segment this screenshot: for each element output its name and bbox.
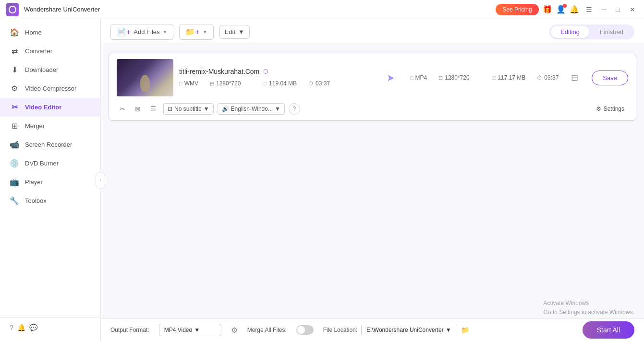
sidebar-item-screen-recorder[interactable]: 📹 Screen Recorder bbox=[0, 135, 100, 154]
file-location-label: File Location: bbox=[323, 327, 357, 333]
add-files-chevron: ▼ bbox=[163, 29, 168, 35]
subtitle-dropdown[interactable]: ⊡ No subtitle ▼ bbox=[163, 103, 214, 115]
dst-duration: ⏱ 03:37 bbox=[537, 74, 559, 81]
sidebar-item-label: Toolbox bbox=[25, 197, 47, 204]
merge-label: Merge All Files: bbox=[247, 327, 287, 333]
add-files-label: Add Files bbox=[134, 28, 159, 35]
sidebar-item-label: DVD Burner bbox=[25, 160, 59, 167]
start-all-button[interactable]: Start All bbox=[583, 321, 634, 339]
add-files-icon: 📄+ bbox=[117, 27, 131, 36]
app-title: Wondershare UniConverter bbox=[24, 6, 496, 13]
edit-dropdown[interactable]: Edit ▼ bbox=[219, 25, 250, 39]
subtitle-icon: ⊡ bbox=[168, 106, 172, 112]
dst-resolution-icon: ⊟ bbox=[438, 75, 443, 81]
file-source-info: titli-remix-Muskurahat.Com ⬡ □ WMV ⊟ 128… bbox=[179, 68, 371, 88]
folder-browse-icon[interactable]: 📁 bbox=[461, 326, 469, 334]
subtitle-chevron: ▼ bbox=[204, 106, 209, 112]
notification-icon[interactable]: 🔔 bbox=[17, 324, 25, 331]
crop-tool-button[interactable]: ⊠ bbox=[132, 103, 144, 115]
sidebar-item-label: Video Editor bbox=[25, 104, 61, 111]
sidebar-collapse-button[interactable]: ‹ bbox=[96, 172, 105, 189]
help-icon: ? bbox=[293, 106, 296, 112]
app-logo bbox=[6, 3, 19, 16]
effects-tool-button[interactable]: ☰ bbox=[147, 103, 159, 115]
screen-recorder-icon: 📹 bbox=[10, 140, 19, 149]
src-format: □ WMV bbox=[179, 80, 198, 87]
menu-icon[interactable]: ☰ bbox=[583, 4, 595, 15]
dst-size-icon: □ bbox=[493, 75, 496, 81]
sidebar-item-toolbox[interactable]: 🔧 Toolbox bbox=[0, 191, 100, 210]
dst-size: □ 117.17 MB bbox=[493, 74, 526, 81]
dst-format: □ MP4 bbox=[410, 74, 427, 81]
sidebar-item-label: Downloader bbox=[25, 66, 58, 73]
chat-icon[interactable]: 💬 bbox=[29, 324, 37, 331]
format-settings-icon[interactable]: ⚙ bbox=[231, 326, 238, 335]
file-thumbnail bbox=[117, 59, 173, 96]
file-location-row: File Location: E:\Wondershare UniConvert… bbox=[323, 324, 469, 336]
cut-tool-button[interactable]: ✂ bbox=[117, 103, 128, 115]
main-layout: 🏠 Home ⇄ Converter ⬇ Downloader ⚙ Video … bbox=[0, 19, 644, 341]
format-dropdown-chevron: ▼ bbox=[194, 327, 200, 333]
user-icon-wrap: 👤 bbox=[556, 5, 566, 14]
downloader-icon: ⬇ bbox=[10, 65, 19, 74]
bell-icon[interactable]: 🔔 bbox=[570, 5, 579, 14]
help-icon[interactable]: ? bbox=[10, 324, 13, 331]
src-size: □ 119.04 MB bbox=[264, 80, 297, 87]
help-button[interactable]: ? bbox=[289, 103, 300, 115]
sidebar-item-dvd-burner[interactable]: 💿 DVD Burner bbox=[0, 154, 100, 173]
bottom-bar: Output Format: MP4 Video ▼ ⚙ Merge All F… bbox=[101, 318, 644, 341]
add-folder-button[interactable]: 📁+ ▼ bbox=[179, 24, 213, 40]
src-duration: ⏱ 03:37 bbox=[308, 80, 330, 87]
sidebar-item-label: Converter bbox=[25, 47, 52, 55]
sidebar-bottom: ? 🔔 💬 bbox=[0, 317, 100, 337]
file-card-top: titli-remix-Muskurahat.Com ⬡ □ WMV ⊟ 128… bbox=[117, 59, 628, 96]
file-area: titli-remix-Muskurahat.Com ⬡ □ WMV ⊟ 128… bbox=[101, 45, 644, 318]
edit-dropdown-label: Edit bbox=[225, 28, 235, 35]
sidebar-item-downloader[interactable]: ⬇ Downloader bbox=[0, 60, 100, 79]
editing-tab[interactable]: Editing bbox=[551, 26, 589, 38]
dst-format-icon: □ bbox=[410, 75, 413, 81]
maximize-button[interactable]: □ bbox=[613, 4, 623, 15]
settings-icon: ⚙ bbox=[596, 106, 601, 112]
format-icon: □ bbox=[179, 81, 182, 86]
merge-toggle[interactable] bbox=[296, 325, 314, 335]
sidebar-item-player[interactable]: 📺 Player bbox=[0, 173, 100, 191]
compressor-icon: ⚙ bbox=[10, 84, 19, 93]
sidebar-item-label: Screen Recorder bbox=[25, 141, 72, 148]
sidebar-item-home[interactable]: 🏠 Home bbox=[0, 23, 100, 42]
file-output-meta: □ MP4 ⊟ 1280*720 □ 117.17 MB bbox=[410, 73, 559, 82]
external-link-icon[interactable]: ⬡ bbox=[263, 68, 268, 75]
editor-icon: ✂ bbox=[10, 103, 19, 112]
arrow-wrap: ➤ bbox=[377, 72, 404, 83]
sidebar-item-converter[interactable]: ⇄ Converter bbox=[0, 42, 100, 60]
titlebar-controls: See Pricing 🎁 👤 🔔 ☰ ─ □ ✕ bbox=[496, 4, 638, 15]
finished-tab[interactable]: Finished bbox=[590, 26, 633, 38]
src-resolution: ⊟ 1280*720 bbox=[210, 80, 241, 87]
save-button[interactable]: Save bbox=[592, 71, 628, 85]
gift-icon[interactable]: 🎁 bbox=[543, 5, 552, 14]
minimize-button[interactable]: ─ bbox=[599, 4, 609, 15]
dst-resolution: ⊟ 1280*720 bbox=[438, 74, 469, 81]
settings-button[interactable]: ⚙ Settings bbox=[592, 104, 628, 114]
sidebar-item-merger[interactable]: ⊞ Merger bbox=[0, 117, 100, 135]
toolbox-icon: 🔧 bbox=[10, 196, 19, 205]
titlebar: Wondershare UniConverter See Pricing 🎁 👤… bbox=[0, 0, 644, 19]
file-output-info: □ MP4 ⊟ 1280*720 □ 117.17 MB bbox=[410, 73, 559, 82]
convert-arrow-icon: ➤ bbox=[387, 72, 395, 83]
output-format-label: Output Format: bbox=[110, 327, 149, 333]
sidebar-item-video-compressor[interactable]: ⚙ Video Compressor bbox=[0, 79, 100, 98]
sidebar-item-label: Player bbox=[25, 178, 43, 186]
file-name-row: titli-remix-Muskurahat.Com ⬡ bbox=[179, 68, 371, 75]
file-location-dropdown[interactable]: E:\Wondershare UniConverter ▼ bbox=[361, 324, 457, 336]
output-format-dropdown[interactable]: MP4 Video ▼ bbox=[159, 324, 221, 336]
add-folder-icon: 📁+ bbox=[185, 27, 199, 36]
sidebar-item-video-editor[interactable]: ✂ Video Editor bbox=[0, 98, 100, 117]
output-config-button[interactable]: ⊟ bbox=[568, 71, 581, 85]
view-toggle: Editing Finished bbox=[549, 24, 634, 39]
pricing-button[interactable]: See Pricing bbox=[496, 4, 538, 15]
add-files-button[interactable]: 📄+ Add Files ▼ bbox=[110, 24, 173, 40]
home-icon: 🏠 bbox=[10, 28, 19, 37]
audio-dropdown[interactable]: 🔊 English-Windo... ▼ bbox=[218, 103, 285, 115]
add-folder-chevron: ▼ bbox=[203, 29, 207, 35]
close-button[interactable]: ✕ bbox=[627, 4, 638, 15]
